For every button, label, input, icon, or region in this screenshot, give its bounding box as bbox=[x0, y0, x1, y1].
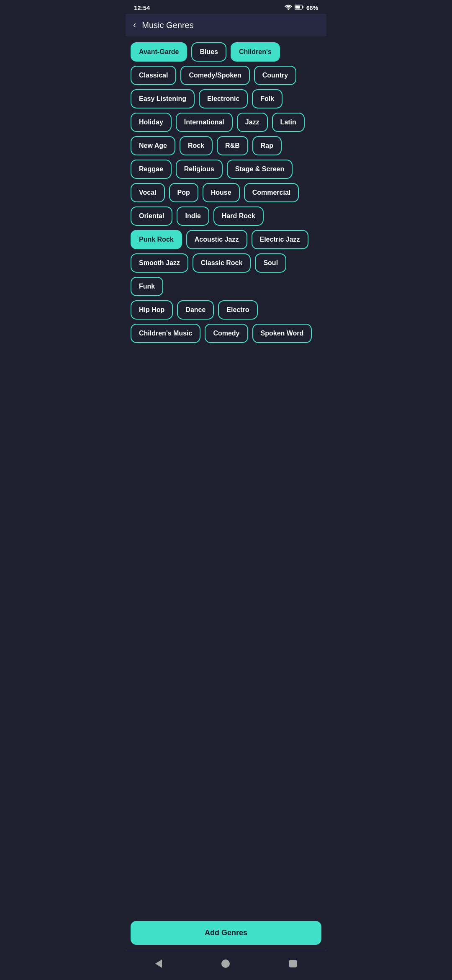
genre-chip-electric-jazz[interactable]: Electric Jazz bbox=[252, 230, 308, 249]
genre-chip-funk[interactable]: Funk bbox=[131, 277, 163, 296]
genre-chip-house[interactable]: House bbox=[203, 183, 240, 202]
genre-chip-international[interactable]: International bbox=[176, 113, 233, 132]
add-genres-button[interactable]: Add Genres bbox=[131, 921, 321, 945]
genre-row: Easy ListeningElectronicFolk bbox=[131, 89, 321, 108]
svg-rect-2 bbox=[302, 6, 303, 8]
battery-icon bbox=[295, 4, 304, 11]
genre-chip-classical[interactable]: Classical bbox=[131, 66, 176, 85]
genre-chip-hard-rock[interactable]: Hard Rock bbox=[213, 206, 264, 226]
genre-row: New AgeRockR&BRap bbox=[131, 136, 321, 155]
genre-row: ClassicalComedy/SpokenCountry bbox=[131, 66, 321, 85]
genre-chip-childrens-music[interactable]: Children's Music bbox=[131, 324, 200, 343]
genre-chip-new-age[interactable]: New Age bbox=[131, 136, 175, 155]
genre-chip-indie[interactable]: Indie bbox=[177, 206, 209, 226]
genre-chip-rock[interactable]: Rock bbox=[180, 136, 213, 155]
genre-chip-country[interactable]: Country bbox=[254, 66, 296, 85]
home-nav-icon bbox=[221, 959, 230, 968]
svg-rect-1 bbox=[295, 6, 300, 9]
genre-chip-electro[interactable]: Electro bbox=[218, 300, 257, 320]
back-button[interactable]: ‹ bbox=[133, 20, 136, 31]
genre-chip-comedy[interactable]: Comedy bbox=[205, 324, 248, 343]
genre-chip-vocal[interactable]: Vocal bbox=[131, 183, 165, 202]
genre-chip-rap[interactable]: Rap bbox=[252, 136, 282, 155]
genre-chip-punk-rock[interactable]: Punk Rock bbox=[131, 230, 182, 249]
genre-chip-spoken-word[interactable]: Spoken Word bbox=[252, 324, 312, 343]
genre-chip-religious[interactable]: Religious bbox=[176, 160, 223, 179]
genre-chip-acoustic-jazz[interactable]: Acoustic Jazz bbox=[186, 230, 247, 249]
genre-chip-oriental[interactable]: Oriental bbox=[131, 206, 172, 226]
genre-chip-commercial[interactable]: Commercial bbox=[244, 183, 299, 202]
status-bar: 12:54 66% bbox=[126, 0, 326, 14]
genre-chip-jazz[interactable]: Jazz bbox=[237, 113, 268, 132]
genre-chip-avant-garde[interactable]: Avant-Garde bbox=[131, 42, 187, 62]
header: ‹ Music Genres bbox=[126, 14, 326, 36]
genre-chip-reggae[interactable]: Reggae bbox=[131, 160, 172, 179]
genre-row: Avant-GardeBluesChildren's bbox=[131, 42, 321, 62]
genre-chip-smooth-jazz[interactable]: Smooth Jazz bbox=[131, 253, 188, 273]
genre-row: Punk RockAcoustic JazzElectric Jazz bbox=[131, 230, 321, 249]
genre-chip-folk[interactable]: Folk bbox=[252, 89, 282, 108]
genre-chip-electronic[interactable]: Electronic bbox=[199, 89, 248, 108]
genre-chip-dance[interactable]: Dance bbox=[177, 300, 214, 320]
genre-chip-hip-hop[interactable]: Hip Hop bbox=[131, 300, 173, 320]
nav-recent-button[interactable] bbox=[281, 957, 305, 972]
status-time: 12:54 bbox=[134, 4, 150, 11]
nav-home-button[interactable] bbox=[213, 957, 238, 972]
genre-row: Children's MusicComedySpoken Word bbox=[131, 324, 321, 343]
genre-chip-soul[interactable]: Soul bbox=[255, 253, 286, 273]
genre-chip-holiday[interactable]: Holiday bbox=[131, 113, 172, 132]
genre-chip-latin[interactable]: Latin bbox=[272, 113, 305, 132]
genre-chip-childrens[interactable]: Children's bbox=[231, 42, 280, 62]
battery-percent: 66% bbox=[306, 5, 318, 11]
genre-chip-easy-listening[interactable]: Easy Listening bbox=[131, 89, 195, 108]
back-nav-icon bbox=[155, 959, 162, 968]
recent-nav-icon bbox=[289, 960, 297, 967]
genre-row: Smooth JazzClassic RockSoulFunk bbox=[131, 253, 321, 296]
genre-chip-pop[interactable]: Pop bbox=[169, 183, 198, 202]
genre-chip-blues[interactable]: Blues bbox=[191, 42, 226, 62]
genre-row: OrientalIndieHard Rock bbox=[131, 206, 321, 226]
genre-row: ReggaeReligiousStage & Screen bbox=[131, 160, 321, 179]
add-button-container: Add Genres bbox=[126, 917, 326, 951]
genre-row: VocalPopHouseCommercial bbox=[131, 183, 321, 202]
genre-container: Avant-GardeBluesChildren'sClassicalComed… bbox=[126, 36, 326, 917]
bottom-nav bbox=[126, 951, 326, 980]
genre-chip-rnb[interactable]: R&B bbox=[217, 136, 248, 155]
page-title: Music Genres bbox=[142, 21, 193, 30]
genre-chip-classic-rock[interactable]: Classic Rock bbox=[193, 253, 251, 273]
wifi-icon bbox=[285, 4, 292, 11]
status-right: 66% bbox=[285, 4, 318, 11]
genre-chip-stage-screen[interactable]: Stage & Screen bbox=[227, 160, 293, 179]
genre-row: Hip HopDanceElectro bbox=[131, 300, 321, 320]
genre-row: HolidayInternationalJazzLatin bbox=[131, 113, 321, 132]
genre-chip-comedy-spoken[interactable]: Comedy/Spoken bbox=[180, 66, 249, 85]
nav-back-button[interactable] bbox=[147, 957, 170, 972]
genre-grid: Avant-GardeBluesChildren'sClassicalComed… bbox=[131, 42, 321, 343]
